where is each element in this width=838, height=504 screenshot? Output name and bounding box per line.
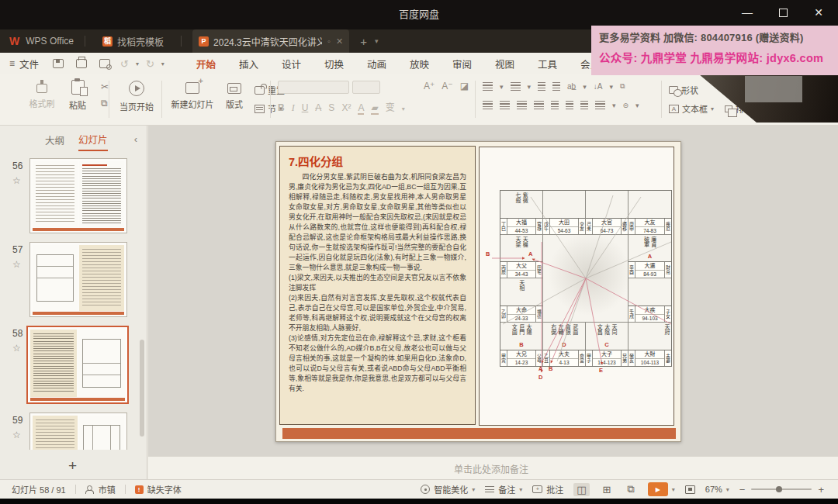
zoom-slider[interactable]: − + (739, 484, 824, 495)
zoom-level[interactable]: 67% ▾ (705, 485, 729, 494)
slideshow-play-button[interactable]: ▶ ▾ (648, 482, 675, 496)
undo-caret-icon[interactable]: ▾ (136, 60, 139, 67)
menu-home[interactable]: 开始 (185, 53, 227, 75)
decrease-font-icon[interactable]: A⁻ (442, 81, 452, 91)
slide-thumbnail-selected[interactable] (26, 326, 129, 404)
textbox-button[interactable]: A 文本框 ▾ (669, 102, 714, 115)
missing-font-warning[interactable]: ! 缺失字体 (135, 483, 182, 495)
wps-logo-icon[interactable]: W (9, 35, 19, 47)
underline-icon[interactable]: U (302, 102, 309, 113)
star-icon[interactable]: ☆ (12, 430, 21, 440)
bold-icon[interactable]: B (278, 102, 285, 113)
zoom-handle[interactable] (776, 486, 782, 492)
hamburger-icon[interactable]: ≡ (9, 58, 15, 69)
slide-thumbnail[interactable] (29, 242, 127, 317)
play-caret-icon[interactable]: ▾ (672, 486, 675, 493)
decrease-indent-icon[interactable] (538, 82, 545, 91)
superscript-icon[interactable]: X² (341, 102, 351, 113)
tab-close-icon[interactable]: ✕ (336, 36, 343, 47)
increase-indent-icon[interactable] (552, 82, 560, 91)
char-spacing-caret-icon[interactable]: ▾ (583, 83, 587, 91)
cut-icon[interactable]: ✂ (101, 81, 109, 92)
slides-tab[interactable]: 幻灯片 (78, 132, 108, 151)
distribute-icon[interactable] (551, 101, 559, 109)
star-icon[interactable]: ☆ (12, 259, 21, 270)
file-menu[interactable]: 文件 (19, 57, 39, 71)
comment-button[interactable]: + 批注 (532, 483, 563, 495)
collapse-panel-icon[interactable]: ‹ (134, 133, 137, 145)
print-icon[interactable] (76, 59, 87, 68)
bullets-caret-icon[interactable]: ▾ (500, 83, 504, 91)
minimize-button[interactable]: — (734, 3, 760, 22)
font-size-select[interactable] (352, 81, 380, 94)
menu-transition[interactable]: 切换 (313, 53, 355, 75)
play-current-button[interactable]: 当页开始 (115, 78, 158, 112)
italic-icon[interactable]: I (292, 102, 295, 114)
numbering-caret-icon[interactable]: ▾ (528, 83, 532, 91)
smartart-caret-icon[interactable]: ▾ (635, 102, 639, 109)
design-indicator[interactable]: 市镇 (85, 483, 116, 495)
menu-tools[interactable]: 工具 (526, 53, 569, 75)
toolbar-caret-icon[interactable]: ▾ (161, 60, 164, 67)
menu-animation[interactable]: 动画 (355, 53, 398, 75)
menu-slideshow[interactable]: 放映 (398, 53, 441, 75)
zoom-track[interactable] (751, 488, 812, 490)
current-slide[interactable]: 7.四化分组 四化分男女星,紫武阴巨破右曲为女,机阳同食梁左昌为男,廉贞化禄为男… (275, 141, 681, 442)
replace-icon[interactable]: ⧉ (620, 82, 625, 91)
close-button[interactable]: ✕ (805, 3, 832, 22)
columns-icon[interactable] (566, 101, 573, 109)
print-preview-icon[interactable] (99, 59, 110, 68)
editor-canvas[interactable]: 7.四化分组 四化分男女星,紫武阴巨破右曲为女,机阳同食梁左昌为男,廉贞化禄为男… (148, 126, 838, 456)
outline-tab[interactable]: 大纲 (45, 133, 64, 150)
smart-beautify-button[interactable]: 智能美化 ▾ (421, 483, 475, 495)
numbering-icon[interactable] (511, 82, 521, 91)
highlight-icon[interactable]: ▰ (371, 102, 378, 115)
clear-format-icon[interactable]: ◪ (460, 81, 469, 91)
slide-thumbnail[interactable] (29, 158, 127, 233)
layout-button[interactable]: 版式 (219, 78, 250, 110)
new-slide-button[interactable]: 新建幻灯片 (168, 78, 217, 110)
tab-list-caret-icon[interactable]: ▾ (375, 37, 379, 45)
menu-view[interactable]: 视图 (483, 53, 526, 75)
text-direction-icon[interactable]: ↓A (594, 82, 603, 91)
zoom-in-icon[interactable]: + (818, 484, 824, 495)
smartart-icon[interactable]: ⊜ (623, 102, 629, 109)
change-case-icon[interactable]: 变 (386, 100, 395, 113)
text-direction-caret-icon[interactable]: ▾ (609, 83, 613, 91)
tab-template[interactable]: 稻 找稻壳模板 (96, 29, 170, 53)
notes-placeholder[interactable]: 单击此处添加备注 (454, 462, 528, 475)
tab-document[interactable]: P 2024.3云中清钦天四化讲义.p ◦ ✕ (192, 29, 349, 53)
line-spacing-icon[interactable] (580, 101, 588, 109)
star-icon[interactable]: ☆ (12, 343, 21, 354)
char-spacing-icon[interactable]: ab̲ (567, 82, 576, 91)
slide-item-59[interactable]: 59 ☆ (0, 413, 147, 450)
tab-pin-icon[interactable]: ◦ (327, 36, 331, 46)
slide-thumbnail[interactable] (29, 413, 127, 450)
add-slide-button[interactable]: + (68, 457, 77, 475)
align-justify-icon[interactable] (534, 101, 544, 109)
numbering2-icon[interactable] (595, 101, 605, 109)
paste-button[interactable]: 粘贴 (57, 78, 98, 111)
star-icon[interactable]: ☆ (12, 175, 21, 186)
shadow-icon[interactable]: S (328, 102, 334, 113)
new-tab-button[interactable]: + (360, 35, 367, 48)
menu-design[interactable]: 设计 (270, 53, 313, 75)
notes-pane[interactable]: 单击此处添加备注 (148, 456, 838, 479)
para-caret-icon[interactable]: ▾ (612, 102, 616, 109)
slide-item-56[interactable]: 56 ☆ (0, 158, 147, 239)
sorter-view-button[interactable]: ⊞ (600, 483, 615, 496)
notes-button[interactable]: 备注 ▾ (485, 483, 522, 495)
zoom-out-icon[interactable]: − (739, 484, 746, 495)
normal-view-button[interactable]: ◫ (573, 483, 589, 496)
maximize-button[interactable] (770, 3, 796, 22)
shapes-button[interactable]: 形状 (669, 84, 698, 96)
slide-item-58-selected[interactable]: 58 ☆ (0, 326, 147, 409)
slide-text-page[interactable]: 7.四化分组 四化分男女星,紫武阴巨破右曲为女,机阳同食梁左昌为男,廉贞化禄为男… (279, 146, 476, 425)
menu-review[interactable]: 审阅 (441, 53, 483, 75)
align-center-icon[interactable] (500, 101, 510, 109)
slide-chart-page[interactable]: 七殺紫微 丁巳大福44-53官祿 戊午大田54-63交友 己未大官64-73遷移… (479, 147, 674, 426)
fit-screen-icon[interactable] (685, 485, 695, 494)
format-painter-button[interactable]: 格式刷 (22, 78, 62, 109)
reading-view-button[interactable]: ⧉ (624, 482, 637, 496)
save-icon[interactable] (53, 59, 64, 68)
